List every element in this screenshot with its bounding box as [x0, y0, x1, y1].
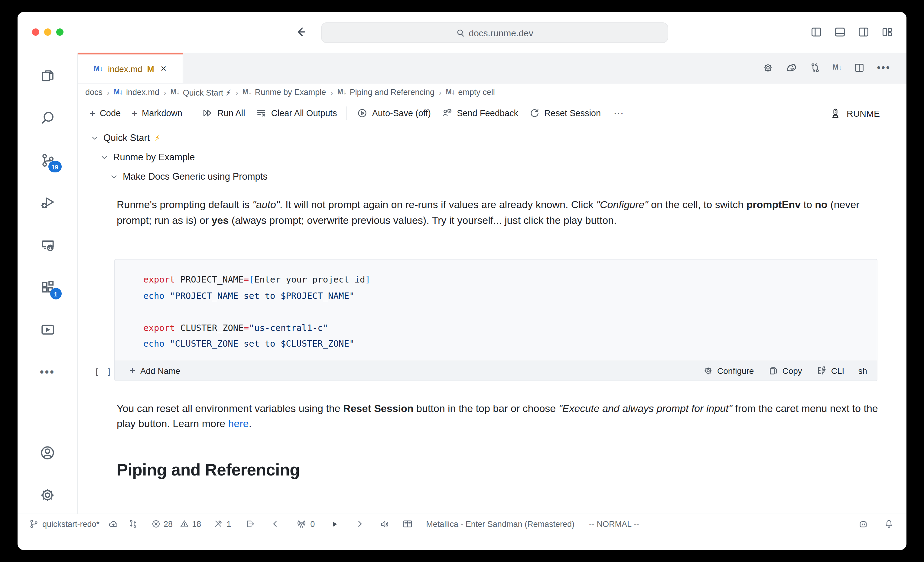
source-control-icon[interactable]: 19 — [40, 152, 56, 168]
breadcrumb-docs[interactable]: docs — [85, 88, 102, 97]
runme-kernel-button[interactable]: RUNME — [830, 107, 906, 119]
outline-label: Quick Start — [104, 132, 150, 143]
exit-door-icon[interactable] — [246, 519, 255, 529]
back-arrow-icon[interactable] — [294, 26, 308, 39]
warnings-count[interactable]: 18 — [192, 519, 201, 529]
main-row: 19 1 ••• — [18, 53, 906, 514]
code-editor[interactable]: export PROJECT_NAME=[Enter your project … — [115, 260, 877, 360]
close-window-button[interactable] — [32, 29, 39, 36]
minimize-window-button[interactable] — [44, 29, 51, 36]
reading-book-icon[interactable] — [402, 518, 413, 529]
gear-icon[interactable] — [762, 62, 773, 73]
broadcast-tower-icon[interactable] — [296, 519, 307, 529]
add-code-button[interactable]: +Code — [84, 108, 126, 118]
explorer-icon[interactable] — [40, 68, 56, 84]
reset-session-icon — [529, 108, 540, 119]
send-feedback-button[interactable]: Send Feedback — [436, 108, 524, 119]
customize-layout-icon[interactable] — [881, 26, 893, 38]
toolbar-divider — [346, 107, 347, 120]
chevron-down-icon[interactable] — [91, 134, 99, 142]
pending-changes-icon[interactable] — [128, 519, 138, 529]
search-sidebar-icon[interactable] — [40, 110, 56, 126]
notifications-bell-icon[interactable] — [884, 519, 894, 529]
chevron-separator: › — [330, 87, 333, 97]
notebook-content[interactable]: Quick Start ⚡ Runme by Example Make Docs… — [78, 125, 906, 514]
sync-cloud-icon[interactable] — [108, 519, 118, 529]
extensions-icon[interactable]: 1 — [40, 279, 56, 295]
more-actions-icon[interactable]: ••• — [877, 62, 891, 73]
settings-gear-icon[interactable] — [39, 487, 56, 503]
auto-save-button[interactable]: Auto-Save (off) — [351, 108, 436, 119]
breadcrumb-piping-and-referencing[interactable]: M↓Piping and Referencing — [338, 88, 435, 97]
toggle-panel-right-icon[interactable] — [858, 26, 870, 38]
code-block[interactable]: export PROJECT_NAME=[Enter your project … — [114, 259, 878, 381]
next-track-icon[interactable] — [355, 520, 364, 528]
radio-count[interactable]: 0 — [310, 519, 315, 529]
more-views-icon[interactable]: ••• — [40, 364, 55, 380]
breadcrumb-runme-by-example[interactable]: M↓Runme by Example — [243, 88, 326, 97]
chevron-separator: › — [107, 87, 110, 97]
address-bar[interactable]: docs.runme.dev — [321, 23, 668, 43]
outline-row-runme-by-example[interactable]: Runme by Example — [78, 147, 906, 167]
previous-track-icon[interactable] — [271, 520, 279, 528]
run-debug-icon[interactable] — [40, 195, 56, 210]
clear-all-outputs-button[interactable]: Clear All Outputs — [250, 108, 343, 119]
tab-modified-badge: M — [147, 64, 154, 74]
breadcrumb-quick-start[interactable]: M↓Quick Start ⚡ — [171, 87, 231, 97]
breadcrumb-empty-cell[interactable]: M↓empty cell — [446, 88, 495, 97]
speaker-icon[interactable] — [380, 519, 390, 529]
add-markdown-button[interactable]: +Markdown — [126, 108, 188, 118]
zoom-window-button[interactable] — [56, 29, 63, 36]
add-name-button[interactable]: + Add Name — [129, 365, 180, 376]
branch-name[interactable]: quickstart-redo* — [42, 519, 99, 529]
runme-mascot-icon[interactable] — [786, 62, 798, 74]
now-playing-label[interactable]: Metallica - Enter Sandman (Remastered) — [426, 519, 574, 529]
editor-actions: M↓ ••• — [762, 53, 906, 83]
chevron-down-icon[interactable] — [110, 173, 118, 180]
cell-footer: + Add Name Configure Copy — [115, 360, 877, 380]
markdown-section-icon: M↓ — [171, 89, 180, 96]
tab-close-icon[interactable]: ✕ — [160, 64, 167, 73]
warnings-icon[interactable] — [179, 519, 189, 529]
here-link[interactable]: here — [228, 418, 249, 430]
configure-button[interactable]: Configure — [699, 366, 758, 376]
notebook-toolbar: +Code +Markdown Run All Clear All Output… — [78, 101, 906, 125]
copy-button[interactable]: Copy — [764, 366, 806, 376]
cell-language-label[interactable]: sh — [855, 366, 867, 376]
vim-mode-label[interactable]: -- NORMAL -- — [589, 519, 639, 529]
chevron-separator: › — [236, 87, 238, 97]
reset-session-button[interactable]: Reset Session — [524, 108, 606, 119]
split-editor-icon[interactable] — [854, 62, 865, 73]
toggle-panel-left-icon[interactable] — [810, 26, 822, 38]
play-icon[interactable] — [330, 520, 338, 528]
cli-button[interactable]: CLI — [812, 365, 849, 376]
tab-title: index.md — [108, 64, 142, 74]
outline-row-make-docs-generic[interactable]: Make Docs Generic using Prompts — [78, 167, 906, 186]
toolbar-more-icon[interactable]: ⋯ — [606, 107, 632, 119]
toggle-panel-bottom-icon[interactable] — [834, 26, 846, 38]
markdown-preview-icon[interactable]: M↓ — [833, 65, 842, 71]
errors-count[interactable]: 28 — [164, 519, 172, 529]
chevron-separator: › — [439, 87, 441, 97]
auto-save-icon — [357, 108, 368, 119]
status-bar: quickstart-redo* 28 18 1 0 Metallica - E… — [18, 514, 906, 550]
chevron-down-icon[interactable] — [100, 153, 108, 161]
run-all-button[interactable]: Run All — [197, 108, 250, 119]
chevron-separator: › — [164, 87, 166, 97]
tasks-tools-icon[interactable] — [213, 519, 223, 529]
tab-index-md[interactable]: M↓ index.md M ✕ — [78, 53, 183, 83]
git-branch-icon[interactable] — [29, 519, 39, 529]
feedback-icon — [442, 108, 453, 119]
remote-explorer-icon[interactable] — [40, 237, 56, 253]
account-icon[interactable] — [39, 445, 56, 460]
execution-count-gutter: [ ] — [94, 366, 113, 376]
runme-notebooks-icon[interactable] — [40, 322, 56, 338]
tasks-count[interactable]: 1 — [226, 519, 231, 529]
section-heading: Piping and Referencing — [117, 460, 906, 479]
outline-row-quick-start[interactable]: Quick Start ⚡ — [78, 128, 906, 147]
compare-changes-icon[interactable] — [810, 62, 820, 73]
errors-icon[interactable] — [151, 519, 160, 529]
copilot-robot-icon[interactable] — [858, 519, 868, 529]
breadcrumb-index-md[interactable]: M↓index.md — [114, 88, 159, 97]
markdown-file-icon: M↓ — [94, 65, 103, 72]
